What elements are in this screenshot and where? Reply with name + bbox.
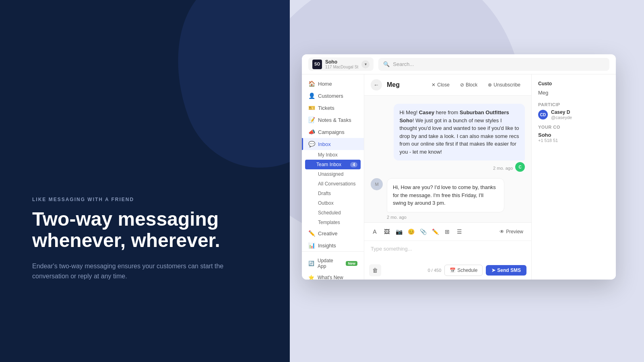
your-co-phone: +1 518 51 bbox=[538, 138, 609, 143]
tickets-label: Tickets bbox=[318, 105, 334, 111]
participant-info: Casey D @caseyde bbox=[551, 109, 609, 120]
participant-row: CD Casey D @caseyde bbox=[538, 109, 609, 120]
home-label: Home bbox=[318, 81, 332, 87]
sidebar-item-home[interactable]: 🏠 Home bbox=[302, 78, 364, 90]
workspace-dropdown-icon[interactable]: ▾ bbox=[361, 60, 369, 68]
sidebar-item-update-app[interactable]: 🔄 Update App New bbox=[302, 255, 364, 272]
customer-name: Meg bbox=[538, 90, 609, 96]
chat-area: ← Meg ✕ Close ⊘ Block bbox=[364, 74, 531, 280]
unsubscribe-label: Unsubscribe bbox=[493, 82, 520, 88]
sidebar-item-whats-new[interactable]: ⭐ What's New bbox=[302, 272, 364, 280]
subtext: Endear's two-way messaging ensures your … bbox=[32, 261, 233, 282]
image-icon: 🖼 bbox=[384, 228, 390, 235]
campaigns-icon: 📣 bbox=[308, 129, 315, 135]
whats-new-label: What's New bbox=[318, 275, 343, 280]
unsubscribe-icon: ⊗ bbox=[488, 82, 492, 88]
toolbar-table-btn[interactable]: ⊞ bbox=[442, 226, 453, 237]
close-button[interactable]: ✕ Close bbox=[427, 80, 454, 90]
table-icon: ⊞ bbox=[445, 228, 450, 235]
sidebar-item-tickets[interactable]: 🎫 Tickets bbox=[302, 102, 364, 114]
inbox-label: Inbox bbox=[318, 141, 331, 147]
delete-button[interactable]: 🗑 bbox=[369, 264, 381, 276]
schedule-icon: 📅 bbox=[450, 267, 456, 273]
update-app-icon: 🔄 bbox=[308, 261, 314, 266]
tickets-icon: 🎫 bbox=[308, 105, 315, 111]
subnav-all-conversations[interactable]: All Conversations bbox=[302, 179, 364, 189]
messages-area: Hi Meg! Casey here from Suburban Outfitt… bbox=[364, 96, 531, 222]
workspace-name: Soho bbox=[325, 59, 358, 65]
outbox-label: Outbox bbox=[318, 200, 334, 206]
home-icon: 🏠 bbox=[308, 80, 315, 87]
compose-input-area[interactable]: Type something... bbox=[364, 241, 531, 261]
toolbar-emoji-btn[interactable]: 😊 bbox=[405, 226, 417, 237]
toolbar-text-btn[interactable]: A bbox=[369, 226, 380, 237]
subnav-team-inbox[interactable]: Team Inbox 4 bbox=[305, 160, 361, 169]
message-outbound: Hi Meg! Casey here from Suburban Outfitt… bbox=[394, 104, 525, 160]
attach-icon: 📎 bbox=[420, 228, 427, 235]
all-conversations-label: All Conversations bbox=[318, 181, 355, 187]
subnav-drafts[interactable]: Drafts bbox=[302, 189, 364, 198]
subnav-my-inbox[interactable]: My Inbox bbox=[302, 150, 364, 160]
participant-avatar: CD bbox=[538, 110, 548, 119]
sidebar-item-campaigns[interactable]: 📣 Campaigns bbox=[302, 126, 364, 138]
sidebar-item-creative[interactable]: ✏️ Creative bbox=[302, 227, 364, 239]
workspace-info: Soho 117 MacDougal St bbox=[325, 59, 358, 69]
send-label: Send SMS bbox=[497, 267, 521, 273]
sidebar-item-insights[interactable]: 📊 Insights bbox=[302, 239, 364, 251]
search-bar[interactable]: 🔍 Search... bbox=[378, 58, 609, 71]
left-panel: LIKE MESSAGING WITH A FRIEND Two-way mes… bbox=[0, 0, 290, 362]
search-placeholder: Search... bbox=[393, 61, 414, 67]
toolbar-image-btn[interactable]: 🖼 bbox=[381, 226, 392, 237]
preview-label: Preview bbox=[506, 229, 523, 234]
send-icon: ➤ bbox=[491, 267, 495, 273]
toolbar-pen-btn[interactable]: ✏️ bbox=[429, 226, 441, 237]
compose-toolbar: A 🖼 📷 😊 📎 ✏️ ⊞ ☰ 👁 Preview bbox=[364, 223, 531, 241]
top-bar: SO Soho 117 MacDougal St ▾ 🔍 Search... bbox=[302, 54, 616, 74]
subnav-unassigned[interactable]: Unassigned bbox=[302, 169, 364, 179]
team-inbox-badge: 4 bbox=[350, 162, 357, 167]
schedule-label: Schedule bbox=[457, 267, 477, 273]
toolbar-photo-btn[interactable]: 📷 bbox=[393, 226, 405, 237]
message-row-inbound: M Hi, How are you? I'd love to come by, … bbox=[371, 178, 525, 220]
right-panel: SO Soho 117 MacDougal St ▾ 🔍 Search... 🏠… bbox=[290, 0, 644, 362]
active-indicator bbox=[302, 138, 303, 150]
customer-panel: Custo Meg Particip CD Casey D @caseyde Y… bbox=[531, 74, 616, 280]
highlight-store: Suburban Outfitters Soho bbox=[399, 109, 509, 123]
sidebar-item-inbox[interactable]: 💬 Inbox bbox=[302, 138, 364, 150]
schedule-button[interactable]: 📅 Schedule bbox=[444, 265, 483, 276]
text-format-icon: A bbox=[373, 228, 376, 235]
close-icon: ✕ bbox=[431, 82, 436, 88]
compose-footer: 🗑 0 / 450 📅 Schedule ➤ Send SMS bbox=[364, 261, 531, 280]
subnav-outbox[interactable]: Outbox bbox=[302, 198, 364, 208]
team-inbox-label: Team Inbox bbox=[316, 162, 341, 167]
customers-icon: 👤 bbox=[308, 93, 315, 99]
message-inbound: Hi, How are you? I'd love to come by, th… bbox=[387, 178, 504, 212]
compose-placeholder: Type something... bbox=[371, 246, 412, 252]
subnav-templates[interactable]: Templates bbox=[302, 218, 364, 227]
message-row-outbound: Hi Meg! Casey here from Suburban Outfitt… bbox=[371, 104, 525, 172]
inbound-message-content: Hi, How are you? I'd love to come by, th… bbox=[387, 178, 525, 220]
unsubscribe-button[interactable]: ⊗ Unsubscribe bbox=[483, 80, 525, 90]
main-content: 🏠 Home 👤 Customers 🎫 Tickets 📝 Notes & T… bbox=[302, 74, 616, 280]
update-app-label: Update App bbox=[318, 258, 343, 269]
insights-label: Insights bbox=[318, 243, 336, 249]
block-label: Block bbox=[466, 82, 477, 88]
send-sms-button[interactable]: ➤ Send SMS bbox=[486, 265, 526, 276]
toolbar-align-btn[interactable]: ☰ bbox=[454, 226, 465, 237]
preview-button[interactable]: 👁 Preview bbox=[496, 227, 526, 236]
subnav-scheduled[interactable]: Scheduled bbox=[302, 208, 364, 218]
workspace-selector[interactable]: SO Soho 117 MacDougal St ▾ bbox=[308, 58, 374, 71]
insights-icon: 📊 bbox=[308, 242, 315, 249]
your-co-name: Soho bbox=[538, 132, 609, 138]
my-inbox-label: My Inbox bbox=[318, 152, 338, 158]
sidebar: 🏠 Home 👤 Customers 🎫 Tickets 📝 Notes & T… bbox=[302, 74, 364, 280]
align-icon: ☰ bbox=[457, 228, 462, 235]
app-window: SO Soho 117 MacDougal St ▾ 🔍 Search... 🏠… bbox=[302, 54, 616, 280]
toolbar-attach-btn[interactable]: 📎 bbox=[417, 226, 429, 237]
back-button[interactable]: ← bbox=[371, 79, 382, 90]
pen-icon: ✏️ bbox=[432, 228, 439, 235]
sidebar-item-customers[interactable]: 👤 Customers bbox=[302, 90, 364, 102]
header-actions: ✕ Close ⊘ Block ⊗ Unsubscribe bbox=[427, 80, 525, 90]
sidebar-item-notes[interactable]: 📝 Notes & Tasks bbox=[302, 114, 364, 126]
block-button[interactable]: ⊘ Block bbox=[456, 80, 482, 90]
